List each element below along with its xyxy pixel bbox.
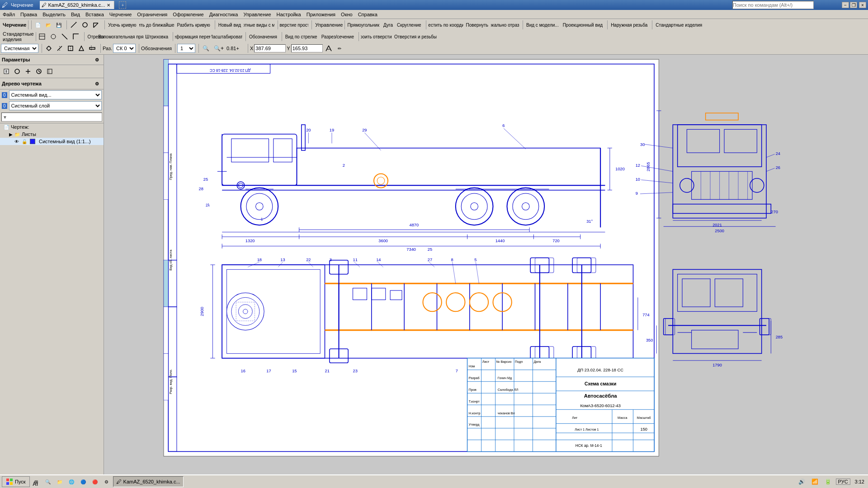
fillet-button[interactable]: Скругление [395, 20, 423, 30]
copy-deform-button[interactable]: Копия деформация перемещения [175, 32, 211, 42]
pen-mode-button[interactable]: ✏ [335, 43, 344, 53]
menu-constraints[interactable]: Ограничения [134, 11, 170, 18]
simple-hole-button[interactable]: Отверстие простое [279, 20, 309, 30]
x-coord-input[interactable] [254, 44, 286, 52]
tb2-btn1[interactable] [37, 32, 47, 42]
snap-btn3[interactable] [66, 43, 75, 53]
tb2-btn4[interactable] [71, 32, 81, 42]
section-button[interactable]: Разрез/сечение [320, 32, 356, 42]
quick-launch-6[interactable]: ⚙ [101, 476, 112, 487]
rotate-button[interactable]: Повернуть [464, 20, 490, 30]
tray-lang[interactable]: РУС [836, 479, 850, 485]
menu-management[interactable]: Управление [241, 11, 274, 18]
menu-diagnostics[interactable]: Диагностика [207, 11, 241, 18]
menu-apps[interactable]: Приложения [304, 11, 338, 18]
view-eye-icon[interactable]: 👁 [14, 139, 19, 144]
tree-search-input[interactable] [7, 113, 101, 121]
holes-threads-button[interactable]: Отверстия и резьбы [392, 32, 439, 42]
drawing-area[interactable]: ДП 23.02.04. 228-18 СС [104, 55, 868, 475]
new-tab-button[interactable]: + [119, 1, 126, 9]
mirror-button[interactable]: Зеркально отразить [491, 20, 520, 30]
y-coord-input[interactable] [291, 44, 323, 52]
panel-btn5[interactable] [45, 66, 55, 76]
new-view-button[interactable]: Новый вид [217, 20, 243, 30]
scale-button[interactable]: Масштабировать [211, 32, 243, 42]
menu-edit[interactable]: Правка [18, 11, 40, 18]
coord-dropdown[interactable]: 1 [177, 44, 195, 53]
chamfer-button[interactable] [91, 20, 102, 30]
standard-items-button[interactable]: Стандартные изделия [654, 20, 704, 30]
menu-format[interactable]: Оформление [170, 11, 206, 18]
split-curve-button[interactable]: Разбить кривую [175, 20, 212, 30]
quick-launch-browser[interactable]: 🌐 [66, 476, 77, 487]
quick-launch-2[interactable]: 🔍 [42, 476, 53, 487]
panel-settings-button[interactable]: ⚙ [92, 56, 102, 64]
menu-insert[interactable]: Вставка [83, 11, 107, 18]
minimize-button[interactable]: − [842, 2, 849, 8]
tray-icon-1[interactable]: 🔊 [797, 477, 807, 487]
close-button[interactable]: × [859, 2, 866, 8]
panel-btn1[interactable] [1, 66, 11, 76]
rectangle-button[interactable]: Прямоугольник [345, 20, 381, 30]
menu-select[interactable]: Выделить [40, 11, 68, 18]
zoom-in-button[interactable]: 🔍+ [212, 43, 226, 53]
external-thread-button[interactable]: Наружная резьба [609, 20, 649, 30]
tray-icon-3[interactable]: 🔋 [823, 477, 833, 487]
quick-launch-4[interactable]: 🔵 [78, 476, 89, 487]
tree-item-sheets[interactable]: ▶ 📁 Листы [0, 131, 104, 138]
circle-button[interactable] [80, 20, 90, 30]
panel-btn2[interactable] [12, 66, 22, 76]
menu-window[interactable]: Окно [338, 11, 355, 18]
cursor-mode-button[interactable] [324, 43, 334, 53]
save-file-button[interactable]: 💾 [54, 20, 64, 30]
tray-time[interactable]: 3:12 [853, 479, 866, 484]
designations-button[interactable]: Обозначения [247, 32, 279, 42]
view-from-model-button[interactable]: Вид с модели... [524, 20, 561, 30]
system-dropdown[interactable]: Системная [1, 44, 38, 53]
start-button[interactable]: Пуск [2, 476, 30, 487]
system-view-select[interactable]: Системный вид... [9, 90, 102, 99]
menu-view[interactable]: Вид [68, 11, 83, 18]
tray-icon-2[interactable]: 📶 [810, 477, 820, 487]
snap-btn2[interactable] [55, 43, 65, 53]
quick-launch-3[interactable]: 📁 [54, 476, 65, 487]
move-coords-button[interactable]: Переместить по координатам [428, 20, 464, 30]
tab-close-icon[interactable]: ✕ [107, 3, 110, 8]
menu-settings[interactable]: Настройка [274, 11, 304, 18]
arc-button[interactable]: Дуга [382, 20, 395, 30]
autoline-button[interactable] [68, 20, 79, 30]
taskbar-active-app[interactable]: 🖊 KamAZ_6520_khimka.c... [113, 476, 184, 487]
delete-nearest-button[interactable]: Удалить до ближайшего о... [139, 20, 175, 30]
view-lock-icon[interactable]: 🔓 [22, 139, 27, 144]
tb2-btn3[interactable] [59, 32, 70, 42]
tree-item-drawing[interactable]: 📄 Чертеж: [0, 123, 104, 131]
hatch-button[interactable]: Штриховка [143, 32, 170, 42]
projection-view-button[interactable]: Проекционный вид [561, 20, 604, 30]
aux-line-button[interactable]: Вспомогательная прямая [107, 32, 143, 42]
snap-btn5[interactable] [87, 43, 97, 53]
zoom-out-button[interactable]: 🔍 [201, 43, 211, 53]
tree-settings-button[interactable]: ⚙ [92, 80, 102, 87]
panel-btn4[interactable] [34, 66, 44, 76]
system-layer-select[interactable]: Системный слой [9, 101, 102, 110]
view-by-arrow-button[interactable]: Вид по стрелке [283, 32, 319, 42]
new-file-button[interactable]: 📄 [33, 20, 43, 30]
trim-curve-button[interactable]: Усечь кривую [106, 20, 138, 30]
sk-dropdown[interactable]: СК 0 [113, 44, 136, 53]
command-search-input[interactable] [732, 1, 814, 9]
drawing-canvas[interactable]: ДП 23.02.04. 228-18 СС [104, 55, 868, 475]
snap-btn4[interactable] [76, 43, 86, 53]
menu-file[interactable]: Файл [0, 11, 18, 18]
tree-item-view[interactable]: 👁 🔓 Системный вид (1:1...) [0, 138, 104, 145]
snap-btn1[interactable] [44, 43, 54, 53]
open-file-button[interactable]: 📂 [43, 20, 53, 30]
tree-sheets-toggle[interactable]: ▶ [9, 132, 13, 137]
menu-help[interactable]: Справка [355, 11, 380, 18]
restore-button[interactable]: ❐ [850, 2, 857, 8]
active-tab[interactable]: 🖊 KamAZ_6520_khimka.c... ✕ [40, 1, 115, 9]
quick-launch-5[interactable]: 🔴 [90, 476, 100, 487]
standard-views-button[interactable]: Стандартные виды с модели... [243, 20, 275, 30]
menu-drawing[interactable]: Черчение [107, 11, 135, 18]
rebuild-holes-button[interactable]: Перестроить отверстия и из... [360, 32, 392, 42]
panel-btn3[interactable] [23, 66, 33, 76]
